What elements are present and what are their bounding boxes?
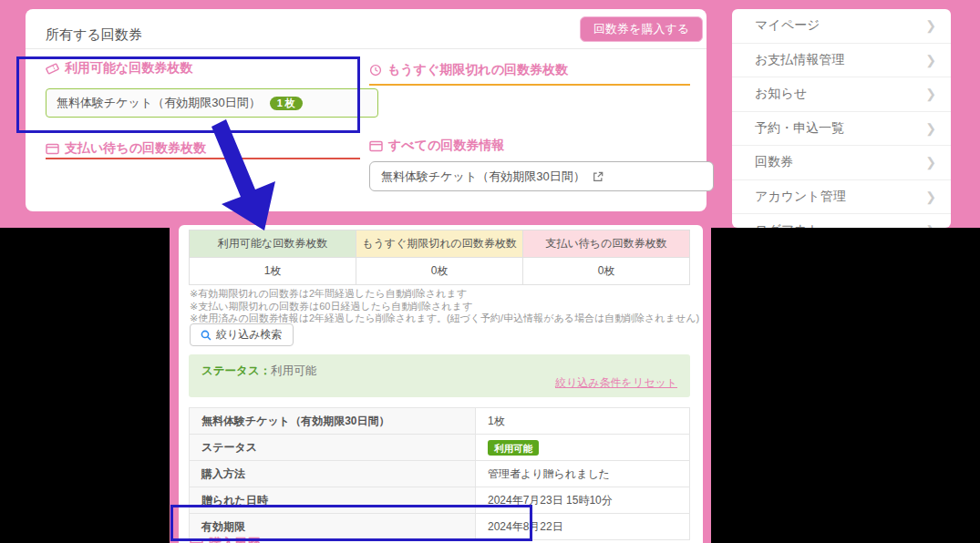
row-value: 1枚	[476, 408, 690, 435]
note-line: ※支払い期限切れの回数券は60日経過したら自動削除されます	[190, 301, 699, 313]
page-title: 所有する回数券	[46, 26, 142, 44]
status-label: ステータス：	[201, 364, 271, 377]
expiring-underline	[369, 84, 690, 86]
card-divider	[26, 48, 707, 49]
status-filter-bar: ステータス：利用可能 絞り込み条件をリセット	[189, 354, 690, 397]
sidebar-item-reservations[interactable]: 予約・申込一覧 ❯	[732, 112, 951, 147]
filter-search-button[interactable]: 絞り込み検索	[190, 323, 294, 346]
ticket-name: 無料体験チケット（有効期限30日間）	[57, 95, 261, 111]
row-value: 利用可能	[476, 435, 690, 461]
chevron-right-icon: ❯	[925, 223, 936, 228]
ticket-name: 無料体験チケット（有効期限30日間）	[381, 169, 585, 185]
available-ticket-item[interactable]: 無料体験チケット（有効期限30日間） 1 枚	[46, 88, 378, 118]
top-page-background: 所有する回数券 回数券を購入する 利用可能な回数券枚数 無料体験チケット（有効期…	[0, 0, 980, 228]
chevron-right-icon: ❯	[925, 87, 936, 101]
sidebar-item-news[interactable]: お知らせ ❯	[732, 77, 951, 112]
row-value: 2024年7月23日 15時10分	[476, 487, 690, 514]
card-icon	[369, 140, 383, 152]
status-value: 利用可能	[271, 364, 316, 377]
ticket-notes: ※有効期限切れの回数券は2年間経過したら自動削除されます ※支払い期限切れの回数…	[190, 288, 699, 325]
external-link-icon	[593, 171, 603, 182]
clock-icon	[369, 64, 382, 77]
awaiting-payment-underline	[46, 158, 360, 159]
card-icon	[46, 143, 59, 155]
summary-value-expiring: 0枚	[356, 258, 523, 285]
sidebar-item-payment-info[interactable]: お支払情報管理 ❯	[732, 44, 951, 78]
ticket-detail-panel: 利用可能な回数券枚数 もうすぐ期限切れの回数券枚数 支払い待ちの回数券枚数 1枚…	[179, 225, 703, 543]
awaiting-payment-heading: 支払い待ちの回数券枚数	[46, 140, 206, 157]
purchase-ticket-button[interactable]: 回数券を購入する	[580, 16, 703, 42]
owned-tickets-card: 所有する回数券 回数券を購入する 利用可能な回数券枚数 無料体験チケット（有効期…	[26, 9, 707, 211]
table-row: 購入方法 管理者より贈られました	[190, 461, 690, 487]
sidebar-item-mypage[interactable]: マイページ ❯	[732, 9, 951, 44]
ticket-count-badge: 1 枚	[270, 97, 303, 110]
summary-header-expiring: もうすぐ期限切れの回数券枚数	[356, 231, 523, 258]
sidebar-item-account[interactable]: アカウント管理 ❯	[732, 180, 951, 215]
row-label: 無料体験チケット（有効期限30日間）	[190, 408, 476, 435]
card-icon	[190, 538, 203, 543]
table-row: ステータス 利用可能	[190, 435, 690, 461]
table-row: 有効期限 2024年8月22日	[190, 514, 690, 540]
detail-page-background: 利用可能な回数券枚数 もうすぐ期限切れの回数券枚数 支払い待ちの回数券枚数 1枚…	[170, 214, 711, 543]
sidebar-item-logout[interactable]: ログアウト ❯	[732, 214, 951, 228]
summary-value-awaiting: 0枚	[523, 258, 690, 285]
search-icon	[201, 330, 211, 341]
row-label: 購入方法	[190, 461, 476, 487]
purchase-history-heading: 購入履歴	[190, 536, 260, 543]
ticket-icon	[46, 62, 59, 76]
available-tickets-heading: 利用可能な回数券枚数	[46, 60, 192, 77]
chevron-right-icon: ❯	[925, 53, 936, 67]
sidebar-item-tickets[interactable]: 回数券 ❯	[732, 146, 951, 180]
summary-header-available: 利用可能な回数券枚数	[190, 231, 356, 258]
row-value: 管理者より贈られました	[476, 461, 690, 487]
summary-value-available: 1枚	[190, 258, 356, 285]
chevron-right-icon: ❯	[925, 121, 936, 136]
status-badge: 利用可能	[488, 440, 539, 456]
summary-header-awaiting: 支払い待ちの回数券枚数	[523, 231, 690, 258]
row-label: 贈られた日時	[190, 487, 476, 514]
all-tickets-heading: すべての回数券情報	[369, 138, 504, 154]
row-label: ステータス	[190, 435, 476, 461]
chevron-right-icon: ❯	[925, 155, 936, 169]
row-value: 2024年8月22日	[476, 514, 690, 540]
expiring-tickets-heading: もうすぐ期限切れの回数券枚数	[369, 62, 568, 78]
reset-filter-link[interactable]: 絞り込み条件をリセット	[555, 375, 677, 391]
chevron-right-icon: ❯	[925, 18, 936, 33]
screenshot-canvas: 所有する回数券 回数券を購入する 利用可能な回数券枚数 無料体験チケット（有効期…	[0, 0, 980, 543]
ticket-summary-table: 利用可能な回数券枚数 もうすぐ期限切れの回数券枚数 支払い待ちの回数券枚数 1枚…	[189, 230, 690, 285]
all-tickets-item[interactable]: 無料体験チケット（有効期限30日間）	[369, 161, 714, 191]
note-line: ※有効期限切れの回数券は2年間経過したら自動削除されます	[190, 288, 699, 301]
ticket-detail-table: 無料体験チケット（有効期限30日間） 1枚 ステータス 利用可能 購入方法 管理…	[189, 407, 690, 540]
table-row: 無料体験チケット（有効期限30日間） 1枚	[190, 408, 690, 435]
status-line: ステータス：利用可能	[201, 364, 316, 379]
chevron-right-icon: ❯	[925, 190, 936, 204]
table-row: 贈られた日時 2024年7月23日 15時10分	[190, 487, 690, 514]
sidebar-menu: マイページ ❯ お支払情報管理 ❯ お知らせ ❯ 予約・申込一覧 ❯ 回数券 ❯…	[732, 9, 951, 228]
